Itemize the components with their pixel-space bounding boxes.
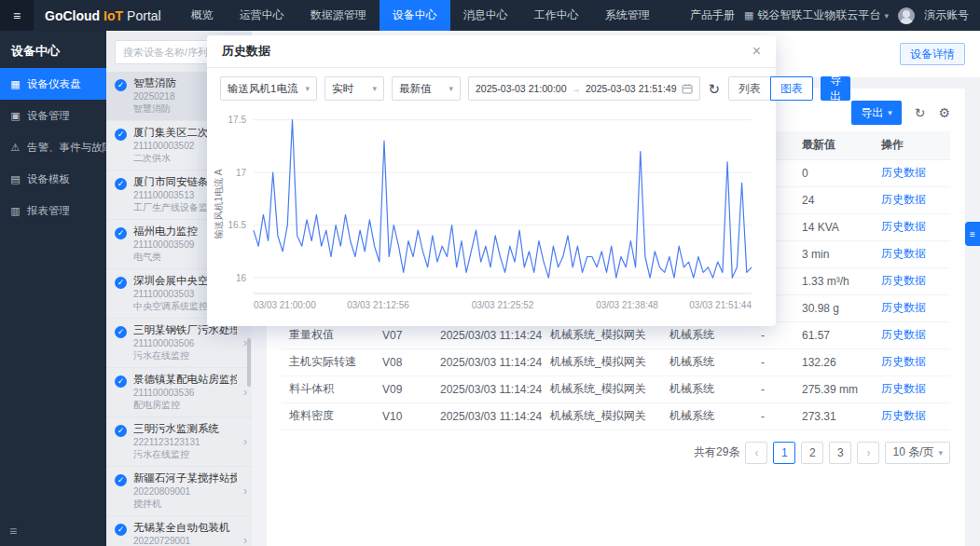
nav-item-work-center[interactable]: 工作中心 — [521, 0, 592, 31]
history-data-link[interactable]: 历史数据 — [881, 382, 926, 395]
device-serial: 20220809001 — [133, 486, 237, 497]
dock-icon: ≡ — [970, 229, 975, 239]
view-toggle-chart[interactable]: 图表 — [770, 76, 813, 101]
cell-update-time: 2025/03/03 11:14:24 — [433, 375, 543, 403]
svg-text:16.5: 16.5 — [228, 220, 247, 230]
device-serial: 2221123123131 — [133, 437, 237, 447]
chevron-down-icon: ▾ — [888, 108, 892, 117]
hamburger-menu[interactable]: ≡ — [0, 0, 34, 31]
nav-item-operations[interactable]: 运营中心 — [227, 0, 297, 31]
device-name: 景德镇某配电站房监控 — [133, 373, 237, 387]
chevron-down-icon: ▾ — [372, 84, 377, 93]
navbar-right: 产品手册 ▦ 锐谷智联工业物联云平台 ▾ 演示账号 — [690, 0, 980, 31]
chevron-right-icon: › — [243, 534, 247, 546]
table-row: 主机实际转速 V08 2025/03/03 11:14:24 机械系统_模拟网关… — [282, 348, 950, 375]
history-data-link[interactable]: 历史数据 — [881, 193, 926, 206]
nav-item-system[interactable]: 系统管理 — [592, 0, 663, 31]
sidebar-collapse-icon[interactable]: ≡ — [9, 524, 17, 539]
nav-item-overview[interactable]: 概览 — [178, 0, 227, 31]
page-size-select[interactable]: 10 条/页 ▾ — [885, 442, 950, 464]
svg-text:03/03 21:51:44: 03/03 21:51:44 — [689, 300, 752, 310]
calendar-icon — [682, 83, 693, 94]
history-data-link[interactable]: 历史数据 — [881, 166, 926, 179]
value-type-select[interactable]: 最新值 ▾ — [392, 76, 461, 101]
sidebar-item-device-template[interactable]: ▤ 设备模板 — [0, 163, 106, 195]
history-data-link[interactable]: 历史数据 — [881, 355, 926, 368]
device-list-item[interactable]: ✓ 新疆石河子某搅拌站搅拌机 20220809001 搅拌机 › — [106, 467, 252, 516]
prev-page-button[interactable]: ‹ — [745, 442, 767, 464]
refresh-icon[interactable]: ↻ — [915, 106, 926, 119]
right-dock-toggle[interactable]: ≡ — [965, 222, 980, 246]
history-data-link[interactable]: 历史数据 — [881, 409, 926, 422]
mode-select[interactable]: 实时 ▾ — [324, 76, 384, 101]
refresh-icon[interactable]: ↻ — [709, 82, 721, 96]
device-category: 污水在线监控 — [133, 349, 237, 362]
cell-attr-name: 堆料密度 — [282, 403, 375, 430]
alarm-icon: ⚠ — [9, 142, 21, 154]
sidebar-item-device-dashboard[interactable]: ▦ 设备仪表盘 — [0, 68, 106, 100]
history-data-link[interactable]: 历史数据 — [881, 220, 926, 233]
device-serial: 20220729001 — [133, 536, 237, 546]
device-name: 无锡某全自动包装机 — [133, 521, 237, 535]
platform-icon: ▦ — [744, 9, 753, 21]
page-button-1[interactable]: 1 — [773, 442, 795, 464]
cell-gateway: 机械系统_模拟网关 — [543, 375, 662, 403]
page-size-value: 10 条/页 — [892, 444, 933, 460]
check-icon: ✓ — [115, 227, 127, 239]
check-icon: ✓ — [115, 375, 127, 388]
device-list-item[interactable]: ✓ 无锡某全自动包装机 20220729001 全自动包装机 › — [106, 516, 252, 546]
gear-icon[interactable]: ⚙ — [938, 106, 950, 119]
point-select-value: 输送风机1电流 — [228, 82, 297, 96]
next-page-button[interactable]: › — [857, 442, 879, 464]
main-nav: 概览 运营中心 数据源管理 设备中心 消息中心 工作中心 系统管理 — [178, 0, 663, 31]
sidebar-item-report[interactable]: ▥ 报表管理 — [0, 195, 106, 226]
logo-text-portal: Portal — [127, 8, 161, 23]
logo-text-iot: IoT — [104, 8, 123, 23]
nav-item-datasource[interactable]: 数据源管理 — [297, 0, 380, 31]
table-row: 堆料密度 V10 2025/03/03 11:14:24 机械系统_模拟网关 机… — [282, 403, 950, 430]
hamburger-icon: ≡ — [13, 8, 21, 23]
top-navbar: ≡ GoCloud IoT Portal 概览 运营中心 数据源管理 设备中心 … — [0, 0, 980, 31]
nav-item-message-center[interactable]: 消息中心 — [450, 0, 521, 31]
point-select[interactable]: 输送风机1电流 ▾ — [220, 76, 317, 101]
close-icon[interactable]: × — [752, 44, 761, 59]
export-button[interactable]: 导出 ▾ — [851, 101, 902, 125]
device-list-item[interactable]: ✓ 三明污水监测系统 2221123123131 污水在线监控 › — [106, 417, 252, 467]
history-data-link[interactable]: 历史数据 — [881, 274, 926, 287]
cell-system: 机械系统 — [662, 403, 753, 430]
history-data-link[interactable]: 历史数据 — [881, 247, 926, 260]
chevron-down-icon: ▾ — [884, 11, 889, 20]
history-data-link[interactable]: 历史数据 — [881, 301, 926, 314]
logo-text-gocloud: GoCloud — [45, 8, 100, 23]
range-start: 2025-03-03 21:00:00 — [476, 83, 567, 94]
cell-latest-value: 61.57 — [794, 321, 874, 348]
date-range-picker[interactable]: 2025-03-03 21:00:00 → 2025-03-03 21:51:4… — [468, 76, 700, 101]
avatar[interactable] — [898, 7, 915, 24]
chevron-down-icon: ▾ — [938, 448, 943, 457]
sidebar-item-device-management[interactable]: ▣ 设备管理 — [0, 100, 106, 131]
mode-select-value: 实时 — [332, 82, 353, 96]
cell-latest-value: 24 — [794, 186, 874, 213]
account-name[interactable]: 演示账号 — [924, 7, 969, 23]
cell-latest-value: 14 KVA — [794, 213, 874, 240]
page-button-2[interactable]: 2 — [801, 442, 823, 464]
product-manual-link[interactable]: 产品手册 — [690, 7, 735, 23]
device-list-item[interactable]: ✓ 景德镇某配电站房监控 211100003536 配电房监控 › — [106, 368, 252, 417]
device-icon: ▣ — [9, 110, 21, 122]
page-button-3[interactable]: 3 — [829, 442, 851, 464]
chevron-right-icon: › — [243, 386, 247, 399]
cell-latest-value: 30.98 g — [794, 294, 874, 321]
range-arrow-icon: → — [572, 83, 582, 94]
nav-item-device-center[interactable]: 设备中心 — [380, 0, 450, 31]
check-icon: ✓ — [115, 425, 127, 437]
platform-select[interactable]: ▦ 锐谷智联工业物联云平台 ▾ — [744, 7, 889, 23]
check-icon: ✓ — [115, 277, 127, 289]
device-detail-button[interactable]: 设备详情 — [900, 43, 965, 65]
modal-export-button[interactable]: 导出 — [821, 76, 850, 101]
sidebar-item-alarms[interactable]: ⚠ 告警、事件与故障 — [0, 131, 106, 163]
modal-header: 历史数据 × — [207, 35, 776, 68]
device-name: 新疆石河子某搅拌站搅拌机 — [133, 471, 237, 485]
view-toggle-list[interactable]: 列表 — [728, 76, 771, 101]
device-list-scrollbar[interactable] — [247, 338, 251, 387]
history-data-link[interactable]: 历史数据 — [881, 328, 926, 341]
